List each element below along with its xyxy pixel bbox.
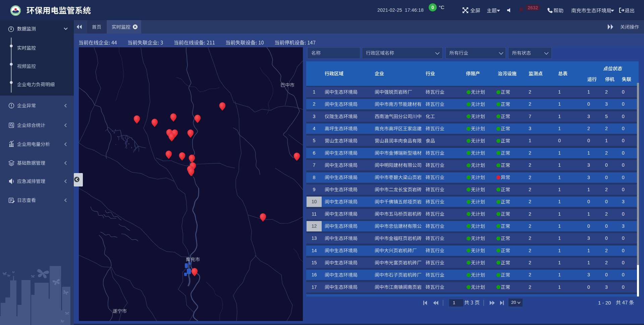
svg-text:0: 0: [431, 5, 434, 10]
svg-text:°C: °C: [439, 4, 444, 10]
svg-text:2632: 2632: [528, 5, 538, 10]
